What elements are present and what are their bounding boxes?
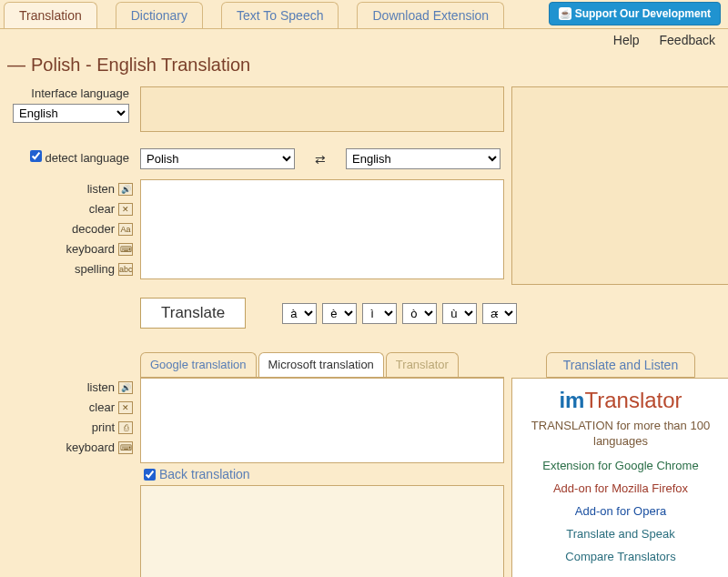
page-title: —Polish - English Translation xyxy=(0,51,728,86)
tab-download-extension[interactable]: Download Extension xyxy=(357,2,504,28)
decoder-icon: Aa xyxy=(118,223,133,236)
support-button[interactable]: ☕ Support Our Development xyxy=(549,2,721,25)
tool2-keyboard[interactable]: keyboard⌨ xyxy=(5,438,133,458)
back-translation-checkbox[interactable] xyxy=(144,469,156,481)
tab-tts[interactable]: Text To Speech xyxy=(221,2,339,28)
tab-translation[interactable]: Translation xyxy=(4,2,97,28)
result-tabs: Google translation Microsoft translation… xyxy=(140,352,504,378)
tool-decoder[interactable]: decoderAa xyxy=(5,219,133,239)
tab-translator: Translator xyxy=(386,352,459,377)
tool-clear[interactable]: clear✕ xyxy=(5,199,133,219)
interface-lang-block: Interface language English xyxy=(5,86,133,137)
promo-panel: imTranslator TRANSLATION for more than 1… xyxy=(511,378,728,577)
swap-icon[interactable]: ⇄ xyxy=(313,152,328,167)
char-select-4[interactable]: ù xyxy=(442,303,477,324)
tab-google[interactable]: Google translation xyxy=(140,352,257,377)
help-link[interactable]: Help xyxy=(613,33,640,47)
coffee-icon: ☕ xyxy=(559,7,571,20)
char-select-2[interactable]: ì xyxy=(362,303,397,324)
source-textarea-wrap xyxy=(140,172,504,285)
language-row: Polish ⇄ English xyxy=(140,147,504,173)
result-tools: listen🔊 clear✕ print⎙ keyboard⌨ xyxy=(5,378,133,577)
speaker-icon: 🔊 xyxy=(118,381,133,394)
clear-icon: ✕ xyxy=(118,203,133,216)
top-tabs: Translation Dictionary Text To Speech Do… xyxy=(0,0,728,29)
interface-language-select[interactable]: English xyxy=(13,104,129,123)
char-select-1[interactable]: è xyxy=(322,303,357,324)
tool2-listen[interactable]: listen🔊 xyxy=(5,378,133,398)
feedback-link[interactable]: Feedback xyxy=(660,33,715,47)
tool-spelling[interactable]: spellingabc xyxy=(5,259,133,279)
promo-link-speak[interactable]: Translate and Speak xyxy=(520,527,722,541)
clear-icon: ✕ xyxy=(118,401,133,414)
result-textarea[interactable] xyxy=(140,378,504,463)
translate-button[interactable]: Translate xyxy=(140,298,246,329)
spelling-icon: abc xyxy=(118,263,133,276)
promo-link-compare[interactable]: Compare Translators xyxy=(520,550,722,563)
translate-row: Translate à è ì ò ù æ xyxy=(140,298,504,329)
source-textarea[interactable] xyxy=(140,179,504,279)
detect-language-label[interactable]: detect language xyxy=(30,151,129,165)
promo-link-firefox[interactable]: Add-on for Mozilla Firefox xyxy=(520,481,722,495)
help-row: Help Feedback xyxy=(0,29,728,51)
tool2-clear[interactable]: clear✕ xyxy=(5,398,133,418)
promo-subtitle: TRANSLATION for more than 100 languages xyxy=(520,419,722,450)
translate-and-listen-button[interactable]: Translate and Listen xyxy=(546,352,695,378)
tab-dictionary[interactable]: Dictionary xyxy=(116,2,203,28)
target-language-select[interactable]: English xyxy=(346,148,500,169)
promo-link-chrome[interactable]: Extension for Google Chrome xyxy=(520,459,722,472)
tool-keyboard[interactable]: keyboard⌨ xyxy=(5,239,133,259)
print-icon: ⎙ xyxy=(118,421,133,434)
tab-microsoft[interactable]: Microsoft translation xyxy=(258,352,384,377)
result-block: Back translation xyxy=(140,378,504,577)
support-label: Support Our Development xyxy=(575,7,711,20)
keyboard-icon: ⌨ xyxy=(118,441,133,454)
detect-language-checkbox[interactable] xyxy=(30,150,42,162)
keyboard-icon: ⌨ xyxy=(118,243,133,256)
promo-link-opera[interactable]: Add-on for Opera xyxy=(520,504,722,518)
char-selects: à è ì ò ù æ xyxy=(282,303,517,324)
tool-listen[interactable]: listen🔊 xyxy=(5,179,133,199)
input-tools: listen🔊 clear✕ decoderAa keyboard⌨ spell… xyxy=(5,172,133,285)
char-select-0[interactable]: à xyxy=(282,303,317,324)
source-language-select[interactable]: Polish xyxy=(140,148,295,169)
char-select-3[interactable]: ò xyxy=(402,303,437,324)
back-translation-box[interactable] xyxy=(140,485,504,577)
tool2-print[interactable]: print⎙ xyxy=(5,418,133,438)
top-input-box[interactable] xyxy=(140,86,504,132)
interface-label: Interface language xyxy=(5,86,129,100)
right-side-box xyxy=(511,86,728,285)
back-translation-row[interactable]: Back translation xyxy=(140,463,504,485)
detect-block: detect language xyxy=(5,137,133,173)
speaker-icon: 🔊 xyxy=(118,183,133,196)
promo-logo: imTranslator xyxy=(520,388,722,413)
